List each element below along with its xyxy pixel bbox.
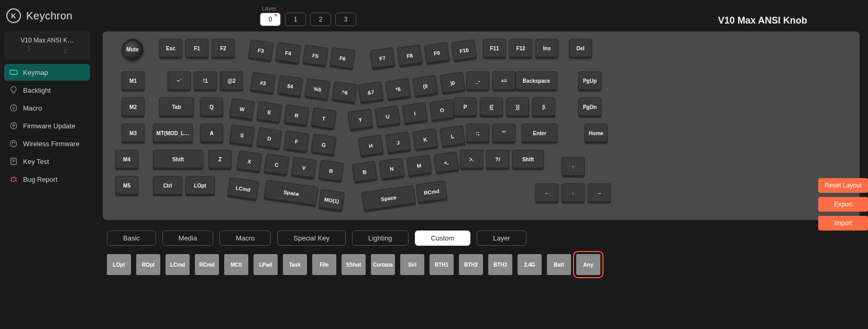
key-f9[interactable]: F9 [424, 42, 450, 65]
key-u[interactable]: U [375, 105, 401, 128]
nav-wireless-firmware[interactable]: Wireless Firmware [4, 135, 90, 152]
key-[interactable]: &7 [358, 81, 384, 104]
tab-media[interactable]: Media [162, 231, 213, 246]
import-button[interactable]: Import [818, 216, 868, 231]
custom-key-rcmd[interactable]: RCmd [195, 254, 219, 275]
key-f1[interactable]: F1 [185, 39, 208, 59]
key-backspace[interactable]: Backspace [515, 71, 557, 91]
key-[interactable]: )0 [440, 72, 466, 95]
key-[interactable]: $4 [278, 75, 303, 98]
key-f[interactable]: F [284, 130, 310, 153]
key-[interactable]: += [492, 71, 515, 91]
key-home[interactable]: Home [585, 124, 608, 144]
key-a[interactable]: A [200, 124, 223, 144]
key-m5[interactable]: M5 [115, 176, 138, 196]
key-t[interactable]: T [311, 107, 337, 130]
custom-key-cortana[interactable]: Cortana [371, 254, 395, 275]
key-f2[interactable]: F2 [212, 39, 235, 59]
key-h[interactable]: H [358, 135, 384, 158]
key-[interactable]: "' [492, 124, 515, 144]
custom-key-any[interactable]: Any [576, 254, 600, 275]
custom-key-ropt[interactable]: ROpt [136, 254, 160, 275]
key-[interactable]: ↑ [562, 157, 585, 177]
key-m4[interactable]: M4 [115, 150, 138, 170]
key-[interactable]: ← [535, 183, 558, 203]
custom-key-file[interactable]: File [312, 254, 336, 275]
key-[interactable]: |\ [532, 97, 555, 117]
nav-bug-report[interactable]: Bug Report [4, 171, 90, 188]
key-[interactable]: ^6 [332, 81, 358, 104]
key-f12[interactable]: F12 [509, 39, 532, 59]
tab-custom[interactable]: Custom [415, 231, 471, 246]
nav-backlight[interactable]: Backlight [4, 82, 90, 98]
key-[interactable]: *8 [386, 78, 411, 101]
custom-key-batt[interactable]: Batt [547, 254, 571, 275]
key-m1[interactable]: M1 [122, 71, 145, 91]
key-esc[interactable]: Esc [159, 39, 182, 59]
key-mtmodl[interactable]: MT(MOD_L… [153, 124, 193, 144]
key-[interactable]: #3 [250, 72, 276, 95]
key-[interactable]: ?/ [486, 150, 509, 170]
key-[interactable]: {[ [480, 97, 503, 117]
key-m[interactable]: M [406, 155, 432, 178]
key-[interactable]: ↓ [562, 183, 585, 203]
key-e[interactable]: E [257, 101, 282, 124]
key-v[interactable]: V [291, 157, 317, 180]
key-[interactable]: _- [466, 71, 489, 91]
key-[interactable]: ~` [168, 71, 191, 91]
tab-basic[interactable]: Basic [107, 231, 156, 246]
layer-btn-1[interactable]: 1 [285, 13, 306, 26]
custom-key-mctl[interactable]: MCtl [224, 254, 248, 275]
key-o[interactable]: O [430, 99, 455, 122]
key-del[interactable]: Del [569, 39, 592, 59]
key-[interactable]: (9 [413, 75, 438, 98]
key-l[interactable]: L [440, 125, 466, 148]
key-m2[interactable]: M2 [122, 97, 145, 117]
device-selector[interactable]: V10 Max ANSI K… [4, 31, 90, 60]
key-space[interactable]: Space [264, 180, 318, 207]
key-n[interactable]: N [379, 158, 405, 181]
key-ctrl[interactable]: Ctrl [153, 176, 182, 196]
custom-key-bth2[interactable]: BTH2 [459, 254, 483, 275]
key-f4[interactable]: F4 [276, 42, 301, 65]
tab-special-key[interactable]: Special Key [277, 231, 346, 246]
key-lopt[interactable]: LOpt [185, 176, 215, 196]
nav-key-test[interactable]: Key Test [4, 153, 90, 170]
key-f10[interactable]: F10 [452, 39, 477, 62]
key-mo1[interactable]: MO(1) [318, 189, 345, 212]
key-shift[interactable]: Shift [512, 150, 544, 170]
key-shift[interactable]: Shift [153, 150, 203, 170]
custom-key-lpad[interactable]: LPad [254, 254, 278, 275]
key-f8[interactable]: F8 [397, 45, 423, 68]
key-g[interactable]: G [311, 134, 337, 157]
key-f5[interactable]: F5 [303, 45, 328, 68]
custom-key-bth3[interactable]: BTH3 [488, 254, 512, 275]
key-i[interactable]: I [402, 102, 428, 125]
key-f7[interactable]: F7 [370, 47, 395, 70]
key-lcmd[interactable]: LCmd [227, 177, 259, 201]
key-q[interactable]: Q [200, 97, 223, 117]
key-[interactable]: >. [460, 150, 483, 170]
nav-firmware-update[interactable]: Firmware Update [4, 117, 90, 134]
key-x[interactable]: X [237, 150, 262, 173]
link-icon[interactable] [63, 47, 70, 54]
key-f3[interactable]: F3 [248, 39, 274, 62]
key-[interactable]: !1 [194, 71, 217, 91]
key-f11[interactable]: F11 [483, 39, 506, 59]
key-[interactable]: %5 [305, 78, 331, 101]
custom-key-lopt[interactable]: LOpt [107, 254, 131, 275]
key-j[interactable]: J [386, 131, 411, 155]
key-p[interactable]: P [454, 97, 477, 117]
reset-layout-button[interactable]: Reset Layout [818, 178, 868, 193]
export-button[interactable]: Export [818, 197, 868, 212]
nav-keymap[interactable]: Keymap [4, 64, 90, 81]
key-[interactable]: @2 [220, 71, 243, 91]
key-f6[interactable]: F6 [330, 47, 356, 70]
key-pgup[interactable]: PgUp [578, 71, 601, 91]
key-r[interactable]: R [284, 104, 310, 127]
key-enter[interactable]: Enter [522, 124, 557, 144]
key-[interactable]: <, [434, 151, 459, 174]
key-rcmd[interactable]: RCmd [416, 180, 448, 204]
key-c[interactable]: C [264, 153, 290, 177]
custom-key-siri[interactable]: Siri [400, 254, 424, 275]
